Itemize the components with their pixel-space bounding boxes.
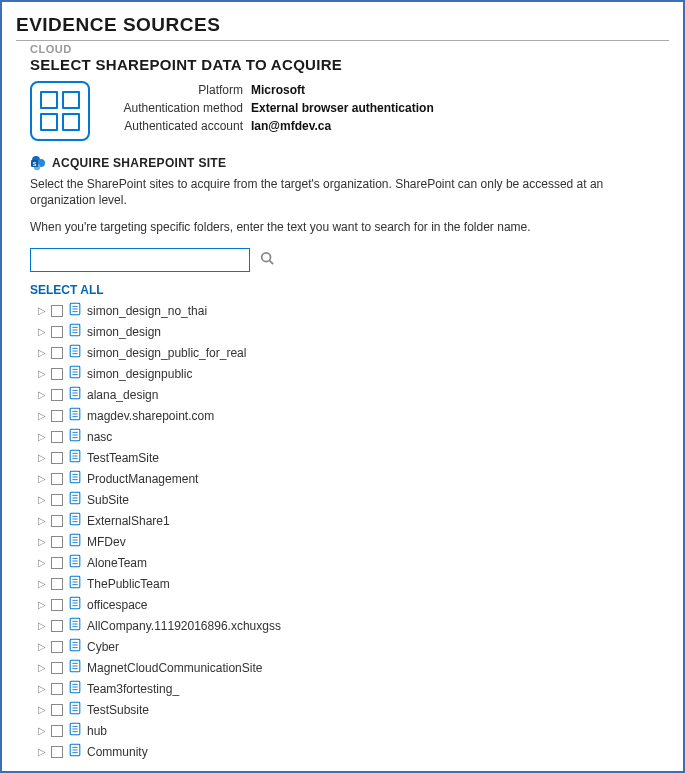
info-table: Platform Microsoft Authentication method… [108, 81, 434, 135]
expand-caret-icon[interactable]: ▷ [38, 704, 46, 715]
document-icon [68, 407, 82, 424]
platform-value: Microsoft [251, 81, 305, 99]
site-checkbox[interactable] [51, 515, 63, 527]
expand-caret-icon[interactable]: ▷ [38, 683, 46, 694]
site-label[interactable]: hub [87, 724, 107, 738]
site-checkbox[interactable] [51, 662, 63, 674]
select-all-link[interactable]: SELECT ALL [30, 283, 104, 297]
expand-caret-icon[interactable]: ▷ [38, 515, 46, 526]
site-checkbox[interactable] [51, 683, 63, 695]
site-label[interactable]: officespace [87, 598, 148, 612]
site-label[interactable]: Cyber [87, 640, 119, 654]
site-label[interactable]: ThePublicTeam [87, 577, 170, 591]
document-icon [68, 659, 82, 676]
site-tree: ▷ simon_design_no_thai▷ simon_design▷ si… [38, 301, 669, 762]
auth-method-label: Authentication method [108, 99, 243, 117]
document-icon [68, 701, 82, 718]
site-label[interactable]: simon_designpublic [87, 367, 192, 381]
tree-item: ▷ simon_design [38, 322, 669, 342]
site-checkbox[interactable] [51, 326, 63, 338]
document-icon [68, 638, 82, 655]
tree-item: ▷ AllCompany.11192016896.xchuxgss [38, 616, 669, 636]
expand-caret-icon[interactable]: ▷ [38, 662, 46, 673]
site-checkbox[interactable] [51, 641, 63, 653]
expand-caret-icon[interactable]: ▷ [38, 389, 46, 400]
expand-caret-icon[interactable]: ▷ [38, 620, 46, 631]
auth-method-value: External browser authentication [251, 99, 434, 117]
site-label[interactable]: AllCompany.11192016896.xchuxgss [87, 619, 281, 633]
site-checkbox[interactable] [51, 431, 63, 443]
site-label[interactable]: SubSite [87, 493, 129, 507]
site-label[interactable]: nasc [87, 430, 112, 444]
expand-caret-icon[interactable]: ▷ [38, 725, 46, 736]
site-label[interactable]: MagnetCloudCommunicationSite [87, 661, 262, 675]
expand-caret-icon[interactable]: ▷ [38, 578, 46, 589]
site-checkbox[interactable] [51, 578, 63, 590]
site-checkbox[interactable] [51, 347, 63, 359]
site-checkbox[interactable] [51, 557, 63, 569]
site-label[interactable]: ProductManagement [87, 472, 198, 486]
tree-item: ▷ ExternalShare1 [38, 511, 669, 531]
site-checkbox[interactable] [51, 368, 63, 380]
site-checkbox[interactable] [51, 473, 63, 485]
section-title: SELECT SHAREPOINT DATA TO ACQUIRE [30, 56, 669, 73]
document-icon [68, 323, 82, 340]
site-label[interactable]: Team3fortesting_ [87, 682, 179, 696]
site-checkbox[interactable] [51, 746, 63, 758]
expand-caret-icon[interactable]: ▷ [38, 641, 46, 652]
tree-item: ▷ Community [38, 742, 669, 762]
tree-item: ▷ nasc [38, 427, 669, 447]
acquire-header: ACQUIRE SHAREPOINT SITE [52, 156, 226, 170]
tree-item: ▷ simon_designpublic [38, 364, 669, 384]
expand-caret-icon[interactable]: ▷ [38, 410, 46, 421]
tree-item: ▷ simon_design_no_thai [38, 301, 669, 321]
site-checkbox[interactable] [51, 725, 63, 737]
site-checkbox[interactable] [51, 599, 63, 611]
site-label[interactable]: alana_design [87, 388, 158, 402]
site-label[interactable]: simon_design [87, 325, 161, 339]
expand-caret-icon[interactable]: ▷ [38, 557, 46, 568]
document-icon [68, 449, 82, 466]
site-label[interactable]: TestTeamSite [87, 451, 159, 465]
site-checkbox[interactable] [51, 536, 63, 548]
divider [16, 40, 669, 41]
document-icon [68, 365, 82, 382]
tree-item: ▷ ThePublicTeam [38, 574, 669, 594]
site-checkbox[interactable] [51, 494, 63, 506]
site-label[interactable]: Community [87, 745, 148, 759]
site-label[interactable]: simon_design_no_thai [87, 304, 207, 318]
search-icon[interactable] [260, 251, 274, 268]
tree-item: ▷ officespace [38, 595, 669, 615]
expand-caret-icon[interactable]: ▷ [38, 746, 46, 757]
site-label[interactable]: magdev.sharepoint.com [87, 409, 214, 423]
expand-caret-icon[interactable]: ▷ [38, 326, 46, 337]
site-checkbox[interactable] [51, 305, 63, 317]
site-checkbox[interactable] [51, 452, 63, 464]
expand-caret-icon[interactable]: ▷ [38, 536, 46, 547]
document-icon [68, 344, 82, 361]
document-icon [68, 302, 82, 319]
expand-caret-icon[interactable]: ▷ [38, 431, 46, 442]
site-label[interactable]: ExternalShare1 [87, 514, 170, 528]
document-icon [68, 470, 82, 487]
document-icon [68, 722, 82, 739]
site-checkbox[interactable] [51, 620, 63, 632]
auth-account-label: Authenticated account [108, 117, 243, 135]
expand-caret-icon[interactable]: ▷ [38, 452, 46, 463]
expand-caret-icon[interactable]: ▷ [38, 368, 46, 379]
expand-caret-icon[interactable]: ▷ [38, 599, 46, 610]
expand-caret-icon[interactable]: ▷ [38, 494, 46, 505]
site-label[interactable]: MFDev [87, 535, 126, 549]
acquire-desc-1: Select the SharePoint sites to acquire f… [30, 177, 669, 208]
site-label[interactable]: TestSubsite [87, 703, 149, 717]
auth-account-value: Ian@mfdev.ca [251, 117, 331, 135]
site-checkbox[interactable] [51, 704, 63, 716]
site-checkbox[interactable] [51, 410, 63, 422]
search-input[interactable] [30, 248, 250, 272]
site-label[interactable]: simon_design_public_for_real [87, 346, 246, 360]
expand-caret-icon[interactable]: ▷ [38, 347, 46, 358]
site-label[interactable]: AloneTeam [87, 556, 147, 570]
expand-caret-icon[interactable]: ▷ [38, 305, 46, 316]
expand-caret-icon[interactable]: ▷ [38, 473, 46, 484]
site-checkbox[interactable] [51, 389, 63, 401]
